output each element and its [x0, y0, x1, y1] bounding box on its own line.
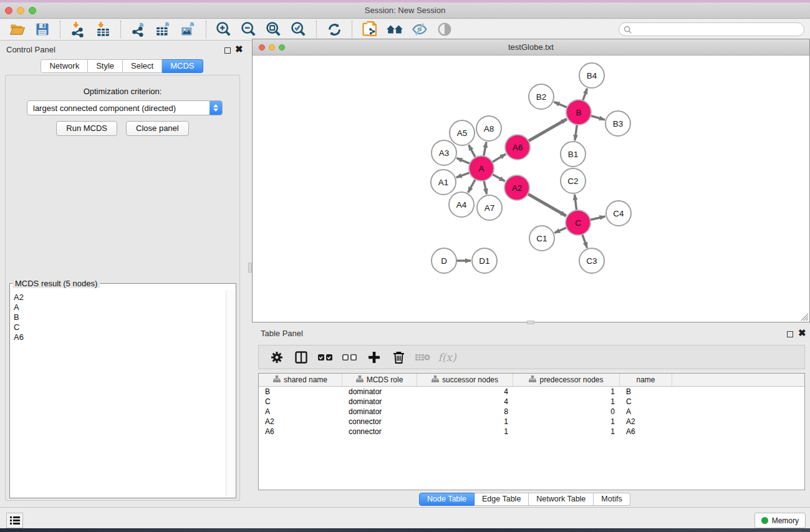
column-header-successor-nodes[interactable]: successor nodes [417, 374, 513, 386]
mcds-result-item[interactable]: A [14, 302, 226, 312]
table-row[interactable]: A6connector11A6 [259, 427, 804, 437]
run-mcds-button[interactable]: Run MCDS [56, 121, 117, 136]
mcds-result-item[interactable]: A6 [14, 332, 226, 342]
edge-A-A6[interactable] [492, 154, 506, 162]
table-cell[interactable]: A [620, 407, 672, 416]
table-row[interactable]: Adominator80A [259, 407, 804, 417]
graph-node-A[interactable]: A [469, 156, 494, 181]
task-history-button[interactable] [6, 513, 23, 528]
mcds-result-item[interactable]: C [14, 322, 226, 332]
splitter-handle-vertical[interactable] [248, 263, 252, 273]
table-cell[interactable]: 1 [513, 427, 620, 436]
table-row[interactable]: A2connector11A2 [259, 417, 804, 427]
graph-node-B[interactable]: B [566, 100, 591, 125]
table-cell[interactable]: dominator [342, 407, 417, 416]
table-cell[interactable]: 1 [417, 417, 513, 426]
table-cell[interactable]: A6 [259, 427, 342, 436]
search-input[interactable] [632, 24, 804, 35]
edge-A-A2[interactable] [493, 175, 505, 181]
table-cell[interactable]: 4 [417, 387, 513, 396]
table-row[interactable]: Cdominator41C [259, 397, 804, 407]
table-cell[interactable]: B [620, 387, 672, 396]
table-cell[interactable]: B [259, 387, 342, 396]
tab-edge-table[interactable]: Edge Table [475, 493, 529, 506]
edge-A-A4[interactable] [468, 180, 476, 193]
hide-selected-eye-icon[interactable] [407, 20, 432, 39]
table-cell[interactable]: 4 [417, 397, 513, 406]
graph-node-D[interactable]: D [432, 248, 456, 273]
table-cell[interactable]: C [620, 397, 672, 406]
edge-A-A3[interactable] [456, 158, 470, 163]
edge-B-B1[interactable] [575, 125, 577, 140]
graph-node-C1[interactable]: C1 [529, 226, 554, 251]
edge-B-B2[interactable] [554, 102, 567, 107]
table-cell[interactable]: A2 [620, 417, 672, 426]
graph-node-B2[interactable]: B2 [529, 84, 554, 109]
settings-gear-icon[interactable] [269, 349, 285, 365]
open-session-icon[interactable] [5, 20, 30, 39]
zoom-out-icon[interactable] [236, 20, 261, 39]
edge-B-B4[interactable] [583, 89, 587, 100]
splitter-handle-horizontal[interactable] [527, 321, 534, 324]
mcds-result-item[interactable]: B [14, 312, 226, 322]
edge-A-A5[interactable] [469, 145, 476, 157]
tab-style[interactable]: Style [88, 59, 123, 73]
graph-node-B1[interactable]: B1 [561, 142, 586, 167]
edge-A-A8[interactable] [484, 142, 486, 157]
edge-C-C1[interactable] [554, 228, 566, 233]
table-cell[interactable]: connector [342, 427, 417, 436]
table-cell[interactable]: A6 [620, 427, 672, 436]
column-header-predecessor-nodes[interactable]: predecessor nodes [513, 374, 620, 386]
close-panel-button[interactable]: Close panel [126, 121, 189, 136]
table-cell[interactable]: dominator [342, 387, 417, 396]
column-header-MCDS-role[interactable]: MCDS role [342, 374, 417, 386]
mcds-result-item[interactable]: A2 [14, 293, 226, 302]
mcds-result-list[interactable]: A2ABCA6 [11, 290, 226, 496]
import-table-icon[interactable] [90, 20, 115, 39]
graph-node-A8[interactable]: A8 [476, 116, 501, 141]
graph-node-C[interactable]: C [566, 210, 591, 235]
edge-A-A7[interactable] [484, 181, 487, 195]
close-panel-icon[interactable]: ✖ [798, 330, 806, 336]
edge-A2-C[interactable] [528, 194, 566, 216]
delete-column-icon[interactable] [390, 349, 407, 365]
graph-node-C3[interactable]: C3 [579, 248, 604, 273]
edge-A6-B[interactable] [528, 119, 567, 141]
tab-network-table[interactable]: Network Table [529, 493, 594, 506]
column-header-shared-name[interactable]: shared name [259, 374, 342, 386]
node-table[interactable]: shared nameMCDS rolesuccessor nodesprede… [258, 373, 805, 490]
edge-C-C4[interactable] [590, 216, 605, 220]
graph-node-A4[interactable]: A4 [449, 192, 474, 217]
table-cell[interactable]: C [259, 397, 342, 406]
table-cell[interactable]: 1 [513, 387, 620, 396]
zoom-fit-icon[interactable] [261, 20, 286, 39]
edge-C-C2[interactable] [575, 195, 577, 210]
network-canvas-svg[interactable]: B4B2BB3A8A5A6A3B1AC2A1A2A4A7C4CC1C3DD1 [253, 56, 809, 322]
table-row[interactable]: Bdominator41B [259, 387, 804, 397]
tab-node-table[interactable]: Node Table [419, 493, 475, 506]
graph-node-C2[interactable]: C2 [561, 168, 586, 193]
float-panel-icon[interactable] [224, 47, 231, 54]
graph-node-A2[interactable]: A2 [504, 175, 529, 200]
refresh-icon[interactable] [322, 20, 347, 39]
export-network-icon[interactable] [126, 20, 151, 39]
save-session-icon[interactable] [30, 20, 55, 39]
column-layout-icon[interactable] [293, 349, 309, 365]
tab-mcds[interactable]: MCDS [162, 59, 203, 73]
graph-node-B4[interactable]: B4 [579, 63, 604, 88]
tab-select[interactable]: Select [123, 59, 162, 73]
graph-node-A7[interactable]: A7 [477, 195, 502, 220]
graph-node-B3[interactable]: B3 [605, 111, 630, 136]
table-cell[interactable]: connector [342, 417, 417, 426]
mcds-result-scrollbar[interactable] [226, 290, 234, 496]
import-network-icon[interactable] [65, 20, 90, 39]
table-cell[interactable]: 8 [417, 407, 513, 416]
column-header-name[interactable]: name [620, 374, 672, 386]
graph-node-C4[interactable]: C4 [606, 201, 631, 226]
table-cell[interactable]: dominator [342, 397, 417, 406]
clone-network-icon[interactable] [357, 20, 382, 39]
window-resize-grip[interactable] [799, 311, 809, 321]
table-cell[interactable]: 1 [513, 397, 620, 406]
table-cell[interactable]: A2 [259, 417, 342, 426]
graph-node-A5[interactable]: A5 [450, 120, 475, 145]
